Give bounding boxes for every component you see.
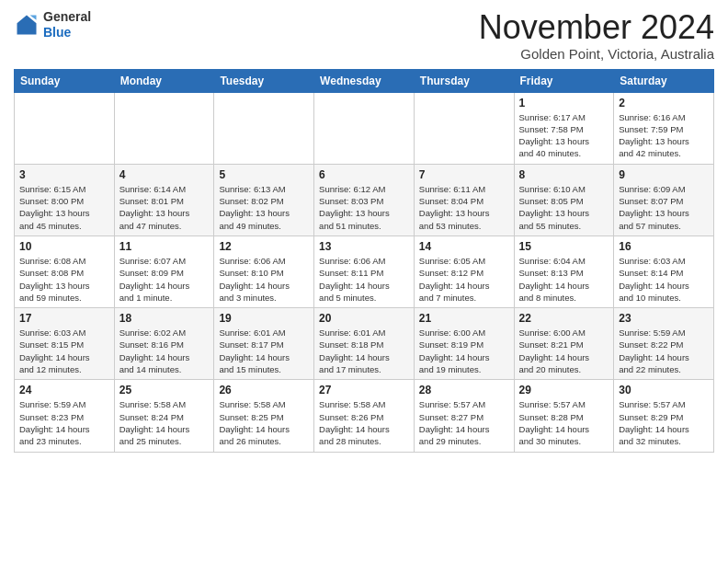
day-info: Sunrise: 6:13 AM Sunset: 8:02 PM Dayligh…: [219, 183, 309, 232]
day-number: 1: [519, 97, 609, 109]
day-number: 7: [419, 168, 509, 181]
logo-text: General Blue: [43, 9, 91, 40]
calendar-table: SundayMondayTuesdayWednesdayThursdayFrid…: [14, 69, 714, 453]
day-info: Sunrise: 6:07 AM Sunset: 8:09 PM Dayligh…: [119, 255, 210, 304]
table-row: 27Sunrise: 5:58 AM Sunset: 8:26 PM Dayli…: [314, 380, 415, 452]
day-info: Sunrise: 6:16 AM Sunset: 7:59 PM Dayligh…: [619, 111, 709, 160]
day-number: 25: [119, 384, 210, 396]
day-number: 9: [619, 168, 709, 181]
day-number: 26: [219, 384, 309, 396]
day-info: Sunrise: 6:06 AM Sunset: 8:10 PM Dayligh…: [219, 255, 309, 304]
day-number: 24: [19, 384, 109, 396]
calendar-weekday-saturday: Saturday: [614, 69, 714, 92]
day-info: Sunrise: 6:00 AM Sunset: 8:19 PM Dayligh…: [419, 327, 509, 375]
day-info: Sunrise: 6:03 AM Sunset: 8:15 PM Dayligh…: [19, 327, 109, 375]
calendar-weekday-monday: Monday: [114, 69, 214, 92]
table-row: [414, 92, 514, 164]
day-info: Sunrise: 6:17 AM Sunset: 7:58 PM Dayligh…: [519, 111, 609, 160]
location: Golden Point, Victoria, Australia: [479, 46, 714, 62]
day-number: 21: [419, 312, 509, 325]
day-number: 12: [219, 240, 309, 253]
day-number: 11: [119, 240, 210, 253]
month-title: November 2024: [479, 9, 714, 46]
logo-blue: Blue: [43, 25, 91, 40]
day-number: 23: [619, 312, 709, 325]
header: General Blue November 2024 Golden Point,…: [14, 9, 714, 62]
table-row: 4Sunrise: 6:14 AM Sunset: 8:01 PM Daylig…: [114, 164, 214, 236]
table-row: [114, 92, 214, 164]
table-row: 6Sunrise: 6:12 AM Sunset: 8:03 PM Daylig…: [314, 164, 415, 236]
day-number: 16: [619, 240, 709, 253]
table-row: 18Sunrise: 6:02 AM Sunset: 8:16 PM Dayli…: [114, 308, 214, 380]
table-row: 30Sunrise: 5:57 AM Sunset: 8:29 PM Dayli…: [614, 380, 714, 452]
day-number: 19: [219, 312, 309, 325]
day-info: Sunrise: 6:03 AM Sunset: 8:14 PM Dayligh…: [619, 255, 709, 304]
table-row: 9Sunrise: 6:09 AM Sunset: 8:07 PM Daylig…: [614, 164, 714, 236]
calendar-weekday-wednesday: Wednesday: [314, 69, 415, 92]
day-info: Sunrise: 6:08 AM Sunset: 8:08 PM Dayligh…: [19, 255, 109, 304]
table-row: 23Sunrise: 5:59 AM Sunset: 8:22 PM Dayli…: [614, 308, 714, 380]
table-row: 3Sunrise: 6:15 AM Sunset: 8:00 PM Daylig…: [15, 164, 115, 236]
table-row: 12Sunrise: 6:06 AM Sunset: 8:10 PM Dayli…: [214, 236, 314, 307]
day-info: Sunrise: 5:58 AM Sunset: 8:25 PM Dayligh…: [219, 398, 309, 447]
day-number: 13: [319, 240, 409, 253]
day-info: Sunrise: 6:01 AM Sunset: 8:17 PM Dayligh…: [219, 327, 309, 375]
day-info: Sunrise: 6:14 AM Sunset: 8:01 PM Dayligh…: [119, 183, 210, 232]
day-info: Sunrise: 5:59 AM Sunset: 8:22 PM Dayligh…: [619, 327, 709, 375]
day-number: 4: [119, 168, 210, 181]
svg-marker-0: [17, 15, 37, 34]
table-row: 29Sunrise: 5:57 AM Sunset: 8:28 PM Dayli…: [514, 380, 614, 452]
day-info: Sunrise: 5:57 AM Sunset: 8:29 PM Dayligh…: [619, 398, 709, 447]
day-number: 20: [319, 312, 409, 325]
table-row: 24Sunrise: 5:59 AM Sunset: 8:23 PM Dayli…: [15, 380, 115, 452]
day-info: Sunrise: 6:15 AM Sunset: 8:00 PM Dayligh…: [19, 183, 109, 232]
logo-general: General: [43, 9, 91, 25]
day-info: Sunrise: 5:57 AM Sunset: 8:28 PM Dayligh…: [519, 398, 609, 447]
day-number: 27: [319, 384, 409, 396]
page: General Blue November 2024 Golden Point,…: [0, 0, 728, 466]
day-info: Sunrise: 6:01 AM Sunset: 8:18 PM Dayligh…: [319, 327, 409, 375]
calendar-week-5: 24Sunrise: 5:59 AM Sunset: 8:23 PM Dayli…: [15, 380, 714, 452]
day-info: Sunrise: 6:06 AM Sunset: 8:11 PM Dayligh…: [319, 255, 409, 304]
day-number: 6: [319, 168, 409, 181]
table-row: [214, 92, 314, 164]
table-row: [314, 92, 415, 164]
table-row: 26Sunrise: 5:58 AM Sunset: 8:25 PM Dayli…: [214, 380, 314, 452]
day-info: Sunrise: 6:12 AM Sunset: 8:03 PM Dayligh…: [319, 183, 409, 232]
day-info: Sunrise: 5:58 AM Sunset: 8:26 PM Dayligh…: [319, 398, 409, 447]
table-row: 14Sunrise: 6:05 AM Sunset: 8:12 PM Dayli…: [414, 236, 514, 307]
calendar-week-2: 3Sunrise: 6:15 AM Sunset: 8:00 PM Daylig…: [15, 164, 714, 236]
day-number: 14: [419, 240, 509, 253]
day-info: Sunrise: 5:58 AM Sunset: 8:24 PM Dayligh…: [119, 398, 210, 447]
table-row: 2Sunrise: 6:16 AM Sunset: 7:59 PM Daylig…: [614, 92, 714, 164]
logo: General Blue: [14, 9, 91, 40]
table-row: 19Sunrise: 6:01 AM Sunset: 8:17 PM Dayli…: [214, 308, 314, 380]
day-info: Sunrise: 6:11 AM Sunset: 8:04 PM Dayligh…: [419, 183, 509, 232]
day-info: Sunrise: 6:02 AM Sunset: 8:16 PM Dayligh…: [119, 327, 210, 375]
table-row: 10Sunrise: 6:08 AM Sunset: 8:08 PM Dayli…: [15, 236, 115, 307]
day-info: Sunrise: 6:09 AM Sunset: 8:07 PM Dayligh…: [619, 183, 709, 232]
day-number: 28: [419, 384, 509, 396]
calendar-week-3: 10Sunrise: 6:08 AM Sunset: 8:08 PM Dayli…: [15, 236, 714, 307]
day-info: Sunrise: 5:59 AM Sunset: 8:23 PM Dayligh…: [19, 398, 109, 447]
day-info: Sunrise: 6:05 AM Sunset: 8:12 PM Dayligh…: [419, 255, 509, 304]
day-number: 18: [119, 312, 210, 325]
day-number: 29: [519, 384, 609, 396]
day-number: 30: [619, 384, 709, 396]
table-row: 7Sunrise: 6:11 AM Sunset: 8:04 PM Daylig…: [414, 164, 514, 236]
title-block: November 2024 Golden Point, Victoria, Au…: [479, 9, 714, 62]
table-row: 15Sunrise: 6:04 AM Sunset: 8:13 PM Dayli…: [514, 236, 614, 307]
day-number: 3: [19, 168, 109, 181]
day-info: Sunrise: 5:57 AM Sunset: 8:27 PM Dayligh…: [419, 398, 509, 447]
table-row: 20Sunrise: 6:01 AM Sunset: 8:18 PM Dayli…: [314, 308, 415, 380]
table-row: 1Sunrise: 6:17 AM Sunset: 7:58 PM Daylig…: [514, 92, 614, 164]
day-info: Sunrise: 6:10 AM Sunset: 8:05 PM Dayligh…: [519, 183, 609, 232]
table-row: 11Sunrise: 6:07 AM Sunset: 8:09 PM Dayli…: [114, 236, 214, 307]
table-row: 16Sunrise: 6:03 AM Sunset: 8:14 PM Dayli…: [614, 236, 714, 307]
calendar-week-1: 1Sunrise: 6:17 AM Sunset: 7:58 PM Daylig…: [15, 92, 714, 164]
day-info: Sunrise: 6:00 AM Sunset: 8:21 PM Dayligh…: [519, 327, 609, 375]
table-row: 17Sunrise: 6:03 AM Sunset: 8:15 PM Dayli…: [15, 308, 115, 380]
calendar-weekday-sunday: Sunday: [15, 69, 115, 92]
logo-icon: [14, 12, 40, 38]
calendar-weekday-tuesday: Tuesday: [214, 69, 314, 92]
